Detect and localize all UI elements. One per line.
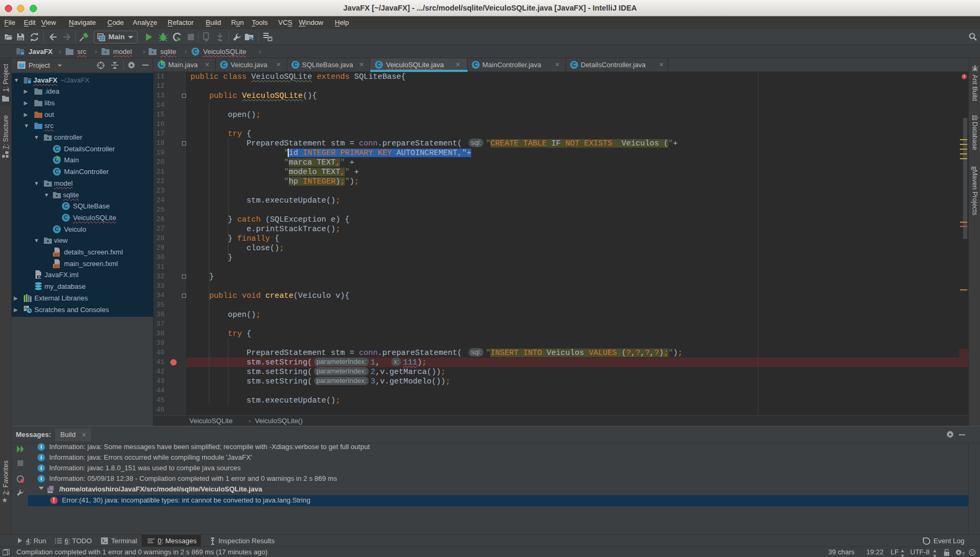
svg-text:<>: <> [54, 253, 58, 257]
svg-text:<>: <> [54, 264, 58, 269]
